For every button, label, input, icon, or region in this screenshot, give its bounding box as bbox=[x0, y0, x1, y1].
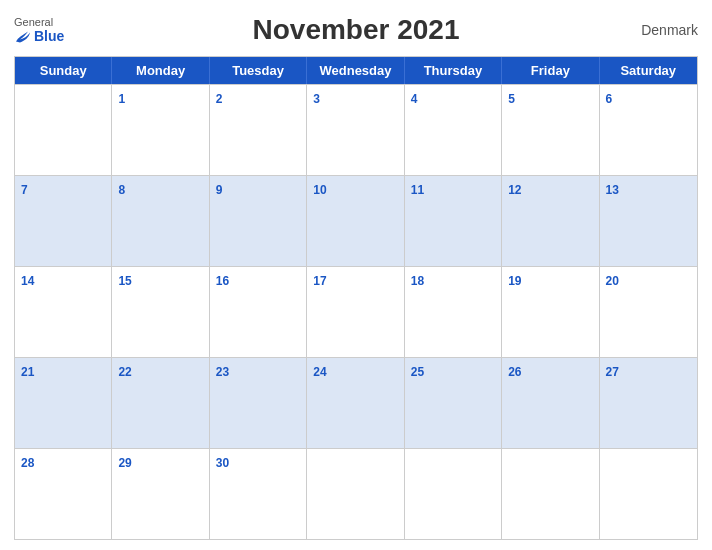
day-cell-30: 30 bbox=[210, 449, 307, 539]
day-cell-6: 6 bbox=[600, 85, 697, 175]
day-cell-25: 25 bbox=[405, 358, 502, 448]
header-monday: Monday bbox=[112, 57, 209, 84]
week-row-4: 21 22 23 24 25 26 27 bbox=[15, 357, 697, 448]
day-cell-empty: 0 bbox=[15, 85, 112, 175]
day-cell-10: 10 bbox=[307, 176, 404, 266]
header-thursday: Thursday bbox=[405, 57, 502, 84]
day-cell-8: 8 bbox=[112, 176, 209, 266]
day-cell-empty-6 bbox=[502, 449, 599, 539]
day-cell-14: 14 bbox=[15, 267, 112, 357]
day-cell-23: 23 bbox=[210, 358, 307, 448]
day-cell-2: 2 bbox=[210, 85, 307, 175]
day-cell-18: 18 bbox=[405, 267, 502, 357]
calendar-grid: Sunday Monday Tuesday Wednesday Thursday… bbox=[14, 56, 698, 540]
day-headers-row: Sunday Monday Tuesday Wednesday Thursday… bbox=[15, 57, 697, 84]
day-cell-16: 16 bbox=[210, 267, 307, 357]
day-cell-26: 26 bbox=[502, 358, 599, 448]
country-label: Denmark bbox=[641, 22, 698, 38]
day-cell-28: 28 bbox=[15, 449, 112, 539]
day-cell-5: 5 bbox=[502, 85, 599, 175]
day-cell-17: 17 bbox=[307, 267, 404, 357]
calendar-page: General Blue November 2021 Denmark Sunda… bbox=[0, 0, 712, 550]
day-cell-27: 27 bbox=[600, 358, 697, 448]
day-cell-15: 15 bbox=[112, 267, 209, 357]
calendar-body: 0 1 2 3 4 5 6 7 8 9 10 11 12 13 14 15 bbox=[15, 84, 697, 539]
day-cell-29: 29 bbox=[112, 449, 209, 539]
day-cell-11: 11 bbox=[405, 176, 502, 266]
day-cell-24: 24 bbox=[307, 358, 404, 448]
logo-bird-icon bbox=[14, 28, 32, 44]
week-row-1: 0 1 2 3 4 5 6 bbox=[15, 84, 697, 175]
day-cell-4: 4 bbox=[405, 85, 502, 175]
calendar-header: General Blue November 2021 Denmark bbox=[14, 10, 698, 50]
calendar-title: November 2021 bbox=[252, 14, 459, 46]
day-cell-9: 9 bbox=[210, 176, 307, 266]
day-cell-21: 21 bbox=[15, 358, 112, 448]
header-sunday: Sunday bbox=[15, 57, 112, 84]
day-cell-empty-5 bbox=[405, 449, 502, 539]
day-cell-3: 3 bbox=[307, 85, 404, 175]
day-cell-20: 20 bbox=[600, 267, 697, 357]
day-cell-1: 1 bbox=[112, 85, 209, 175]
week-row-2: 7 8 9 10 11 12 13 bbox=[15, 175, 697, 266]
logo-general-text: General bbox=[14, 17, 53, 28]
day-cell-12: 12 bbox=[502, 176, 599, 266]
day-cell-19: 19 bbox=[502, 267, 599, 357]
week-row-5: 28 29 30 bbox=[15, 448, 697, 539]
day-cell-13: 13 bbox=[600, 176, 697, 266]
week-row-3: 14 15 16 17 18 19 20 bbox=[15, 266, 697, 357]
day-cell-empty-4 bbox=[307, 449, 404, 539]
header-friday: Friday bbox=[502, 57, 599, 84]
day-cell-22: 22 bbox=[112, 358, 209, 448]
logo: General Blue bbox=[14, 17, 64, 44]
header-tuesday: Tuesday bbox=[210, 57, 307, 84]
header-wednesday: Wednesday bbox=[307, 57, 404, 84]
day-cell-empty-7 bbox=[600, 449, 697, 539]
logo-blue-text: Blue bbox=[14, 28, 64, 44]
day-cell-7: 7 bbox=[15, 176, 112, 266]
header-saturday: Saturday bbox=[600, 57, 697, 84]
